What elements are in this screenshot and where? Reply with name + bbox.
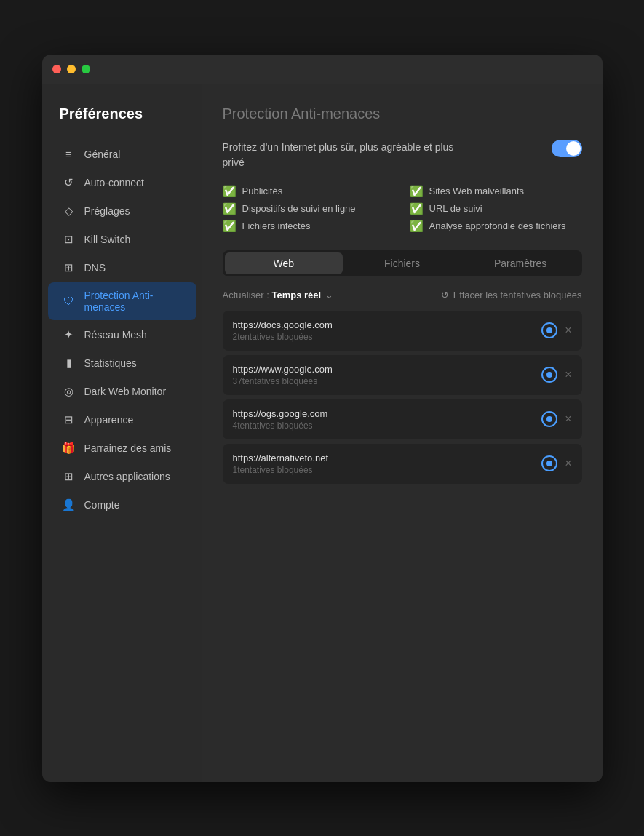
blocked-item: https://ogs.google.com 4tentatives bloqu… bbox=[223, 399, 582, 439]
refresh-icon: ↺ bbox=[441, 290, 449, 300]
killswitch-icon: ⊡ bbox=[63, 233, 76, 246]
main-toggle[interactable] bbox=[552, 140, 582, 157]
sidebar-item-preglages[interactable]: ◇ Préglages bbox=[48, 197, 196, 225]
fullscreen-button[interactable] bbox=[82, 65, 90, 73]
tab-parametres[interactable]: Paramètres bbox=[461, 252, 580, 274]
blocked-actions: × bbox=[541, 455, 571, 471]
blocked-info: https://alternativeto.net 1tentatives bl… bbox=[233, 453, 329, 475]
feature-item: ✅Fichiers infectés bbox=[223, 220, 395, 233]
compte-icon: 👤 bbox=[63, 498, 76, 511]
sidebar-item-mesh[interactable]: ✦ Réseau Mesh bbox=[48, 321, 196, 349]
toggle-description: Profitez d'un Internet plus sûr, plus ag… bbox=[223, 140, 456, 170]
chevron-down-icon: ⌄ bbox=[325, 290, 333, 300]
sidebar-title: Préférences bbox=[42, 98, 202, 140]
blocked-item: https://www.google.com 37tentatives bloq… bbox=[223, 355, 582, 395]
tab-fichiers[interactable]: Fichiers bbox=[343, 252, 461, 274]
remove-icon[interactable]: × bbox=[565, 369, 571, 381]
feature-label: URL de suivi bbox=[429, 203, 482, 214]
blocked-info: https://docs.google.com 2tentatives bloq… bbox=[233, 319, 333, 342]
sidebar-label-apparence: Apparence bbox=[84, 414, 134, 426]
dot-inner bbox=[546, 416, 552, 422]
feature-label: Fichiers infectés bbox=[242, 220, 311, 231]
blocked-count: 1tentatives bloquées bbox=[233, 465, 329, 475]
sidebar-label-killswitch: Kill Switch bbox=[84, 234, 131, 245]
close-button[interactable] bbox=[52, 65, 61, 73]
blocked-count: 2tentatives bloquées bbox=[233, 332, 333, 342]
refresh-label: Actualiser : Temps réel ⌄ bbox=[223, 290, 333, 300]
blocked-url: https://www.google.com bbox=[233, 364, 333, 375]
feature-item: ✅Dispositifs de suivi en ligne bbox=[223, 202, 395, 215]
sidebar-item-compte[interactable]: 👤 Compte bbox=[48, 491, 196, 519]
sidebar-item-autoconnect[interactable]: ↺ Auto-connect bbox=[48, 169, 196, 196]
sidebar-label-compte: Compte bbox=[84, 499, 120, 511]
feature-item: ✅Publicités bbox=[223, 185, 395, 198]
blocked-list: https://docs.google.com 2tentatives bloq… bbox=[223, 311, 582, 484]
content-area: Préférences ≡ Général ↺ Auto-connect ◇ P… bbox=[42, 84, 603, 782]
sidebar-label-stats: Statistiques bbox=[84, 357, 137, 369]
tab-bar: WebFichiersParamètres bbox=[223, 250, 582, 276]
blocked-actions: × bbox=[541, 322, 571, 338]
blocked-count: 37tentatives bloquées bbox=[233, 376, 333, 386]
blocked-url: https://ogs.google.com bbox=[233, 408, 328, 419]
sidebar-label-apps: Autres applications bbox=[84, 471, 170, 482]
app-window: Préférences ≡ Général ↺ Auto-connect ◇ P… bbox=[42, 55, 603, 782]
apparence-icon: ⊟ bbox=[63, 413, 76, 426]
sidebar-item-general[interactable]: ≡ Général bbox=[48, 140, 196, 168]
dot-icon[interactable] bbox=[541, 367, 557, 383]
check-icon: ✅ bbox=[410, 185, 424, 198]
dot-icon[interactable] bbox=[541, 455, 557, 471]
refresh-value: Temps réel bbox=[271, 290, 321, 300]
dot-inner bbox=[546, 327, 552, 333]
check-icon: ✅ bbox=[223, 220, 236, 233]
dot-icon[interactable] bbox=[541, 411, 557, 427]
sidebar-item-apps[interactable]: ⊞ Autres applications bbox=[48, 463, 196, 490]
sidebar-label-mesh: Réseau Mesh bbox=[84, 329, 147, 341]
sidebar-label-preglages: Préglages bbox=[84, 205, 130, 217]
sidebar-label-protection: Protection Anti-menaces bbox=[84, 290, 182, 313]
sidebar-label-autoconnect: Auto-connect bbox=[84, 177, 145, 188]
sidebar-item-protection[interactable]: 🛡 Protection Anti-menaces bbox=[48, 282, 196, 320]
autoconnect-icon: ↺ bbox=[63, 176, 76, 189]
remove-icon[interactable]: × bbox=[565, 325, 571, 336]
blocked-info: https://ogs.google.com 4tentatives bloqu… bbox=[233, 408, 328, 431]
blocked-item: https://docs.google.com 2tentatives bloq… bbox=[223, 311, 582, 351]
sidebar-item-stats[interactable]: ▮ Statistiques bbox=[48, 349, 196, 377]
sidebar-item-darkweb[interactable]: ◎ Dark Web Monitor bbox=[48, 378, 196, 405]
mesh-icon: ✦ bbox=[63, 328, 76, 341]
tab-web[interactable]: Web bbox=[225, 252, 343, 274]
minimize-button[interactable] bbox=[67, 65, 76, 73]
toolbar: Actualiser : Temps réel ⌄ ↺ Effacer les … bbox=[223, 290, 582, 300]
check-icon: ✅ bbox=[223, 202, 236, 215]
page-title: Protection Anti-menaces bbox=[223, 106, 582, 122]
sidebar-item-killswitch[interactable]: ⊡ Kill Switch bbox=[48, 226, 196, 253]
feature-label: Publicités bbox=[242, 186, 283, 196]
blocked-count: 4tentatives bloquées bbox=[233, 421, 328, 431]
feature-label: Dispositifs de suivi en ligne bbox=[242, 203, 356, 214]
traffic-lights bbox=[52, 65, 90, 73]
sidebar-item-apparence[interactable]: ⊟ Apparence bbox=[48, 406, 196, 434]
remove-icon[interactable]: × bbox=[565, 413, 571, 425]
general-icon: ≡ bbox=[63, 148, 76, 161]
sidebar-item-dns[interactable]: ⊞ DNS bbox=[48, 254, 196, 282]
refresh-text: Actualiser : bbox=[223, 290, 269, 300]
feature-item: ✅Analyse approfondie des fichiers bbox=[410, 220, 582, 233]
dns-icon: ⊞ bbox=[63, 261, 76, 274]
clear-button[interactable]: ↺ Effacer les tentatives bloquées bbox=[441, 290, 582, 300]
clear-label: Effacer les tentatives bloquées bbox=[453, 290, 582, 300]
parrainage-icon: 🎁 bbox=[63, 442, 76, 455]
toggle-row: Profitez d'un Internet plus sûr, plus ag… bbox=[223, 140, 582, 170]
dot-inner bbox=[546, 461, 552, 466]
apps-icon: ⊞ bbox=[63, 470, 76, 483]
feature-item: ✅Sites Web malveillants bbox=[410, 185, 582, 198]
blocked-item: https://alternativeto.net 1tentatives bl… bbox=[223, 444, 582, 484]
feature-label: Sites Web malveillants bbox=[429, 186, 525, 196]
sidebar-label-darkweb: Dark Web Monitor bbox=[84, 386, 167, 397]
dot-icon[interactable] bbox=[541, 322, 557, 338]
remove-icon[interactable]: × bbox=[565, 458, 571, 469]
sidebar-label-parrainage: Parrainez des amis bbox=[84, 442, 172, 454]
check-icon: ✅ bbox=[410, 202, 424, 215]
darkweb-icon: ◎ bbox=[63, 385, 76, 398]
titlebar bbox=[42, 55, 603, 84]
sidebar-item-parrainage[interactable]: 🎁 Parrainez des amis bbox=[48, 434, 196, 462]
dot-inner bbox=[546, 372, 552, 378]
